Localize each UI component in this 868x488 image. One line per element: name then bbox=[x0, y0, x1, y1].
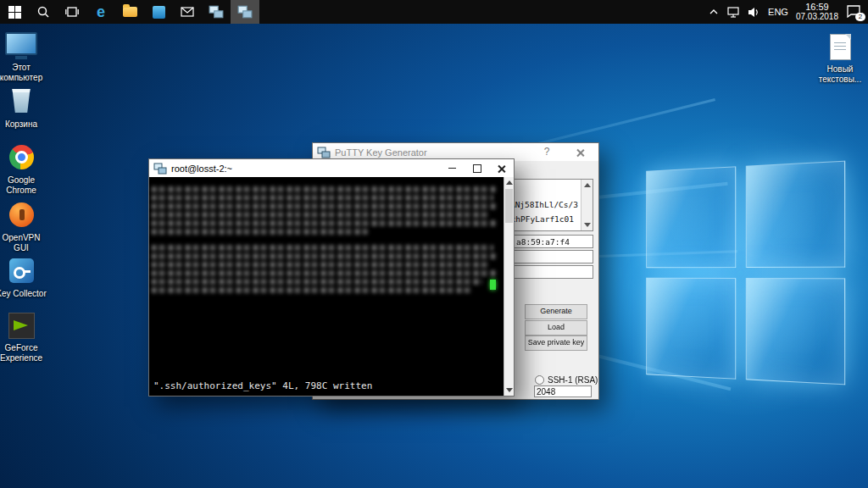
terminal-blurred-line bbox=[152, 220, 497, 226]
minimize-icon bbox=[448, 168, 456, 169]
desktop-icon-label: Новый текстовы... bbox=[814, 64, 866, 84]
maximize-icon bbox=[473, 164, 481, 173]
tray-chevron-icon[interactable] bbox=[709, 8, 719, 15]
putty-app-icon bbox=[153, 163, 167, 175]
edge-button[interactable]: e bbox=[86, 0, 115, 24]
maximize-button[interactable] bbox=[465, 159, 489, 177]
edge-icon: e bbox=[97, 4, 105, 19]
scroll-up-icon bbox=[506, 180, 513, 185]
scrollbar-thumb[interactable] bbox=[505, 189, 513, 223]
puttygen-taskbar-button[interactable] bbox=[231, 0, 259, 24]
putty-terminal-window: root@losst-2:~ ".ssh/authorized_keys" 4L… bbox=[148, 158, 515, 396]
desktop-icon-label: GeForce Experience bbox=[0, 343, 47, 363]
scroll-down-icon bbox=[506, 388, 513, 392]
clock[interactable]: 16:59 07.03.2018 bbox=[796, 3, 838, 21]
ssh1-rsa-radio[interactable]: SSH-1 (RSA) bbox=[535, 375, 598, 385]
store-icon bbox=[153, 6, 165, 19]
terminal-title: root@losst-2:~ bbox=[171, 164, 232, 174]
windows-logo-pane bbox=[746, 278, 845, 385]
terminal-titlebar[interactable]: root@losst-2:~ bbox=[149, 159, 514, 177]
terminal-blurred-line bbox=[152, 262, 490, 268]
desktop-icon-google-chrome[interactable]: Google Chrome bbox=[0, 142, 47, 195]
help-button[interactable]: ? bbox=[534, 143, 559, 161]
terminal-blurred-line bbox=[152, 270, 497, 276]
terminal-blurred-line bbox=[152, 212, 490, 218]
desktop-icon-key-collector[interactable]: Key Collector bbox=[0, 256, 47, 299]
taskbar: e bbox=[0, 0, 868, 24]
puttygen-app-icon bbox=[317, 147, 331, 158]
save-private-key-button[interactable]: Save private key bbox=[525, 336, 587, 351]
tray-date: 07.03.2018 bbox=[796, 13, 838, 22]
desktop-icon-label: Корзина bbox=[0, 119, 47, 130]
terminal-blurred-line bbox=[152, 229, 368, 235]
windows-logo-pane bbox=[746, 161, 845, 268]
notification-badge: 2 bbox=[855, 13, 865, 21]
recycle-bin-icon bbox=[0, 89, 47, 118]
bits-input[interactable] bbox=[534, 385, 592, 397]
search-button[interactable] bbox=[29, 0, 58, 24]
keybox-scrollbar[interactable] bbox=[581, 180, 593, 230]
close-button[interactable] bbox=[568, 143, 593, 161]
task-view-button[interactable] bbox=[58, 0, 86, 24]
terminal-blurred-line bbox=[152, 186, 497, 192]
desktop-icon-recycle-bin[interactable]: Корзина bbox=[0, 86, 47, 130]
close-icon bbox=[498, 164, 506, 173]
desktop-icon-label: Key Collector bbox=[0, 289, 47, 299]
terminal-blurred-line bbox=[152, 279, 482, 285]
close-icon bbox=[576, 148, 585, 157]
volume-icon[interactable] bbox=[748, 7, 760, 18]
minimize-button[interactable] bbox=[440, 159, 465, 177]
terminal-blurred-output bbox=[152, 184, 500, 293]
putty-taskbar-button[interactable] bbox=[202, 0, 231, 24]
terminal-blurred-line bbox=[152, 253, 497, 259]
start-button[interactable] bbox=[0, 0, 29, 24]
puttygen-icon bbox=[237, 5, 253, 19]
chrome-icon bbox=[0, 145, 47, 174]
ssh1-rsa-label: SSH-1 (RSA) bbox=[548, 375, 598, 385]
desktop-icon-label: OpenVPN GUI bbox=[0, 233, 47, 252]
scroll-up-icon bbox=[584, 183, 591, 187]
text-document-icon bbox=[814, 34, 866, 63]
store-button[interactable] bbox=[144, 0, 173, 24]
terminal-blurred-line bbox=[152, 287, 472, 293]
terminal-scrollbar[interactable] bbox=[504, 177, 514, 396]
task-view-icon bbox=[65, 6, 79, 18]
key-collector-icon bbox=[0, 258, 47, 287]
desktop-icon-label: Этот компьютер bbox=[0, 63, 47, 82]
mail-icon bbox=[181, 7, 194, 17]
geforce-icon bbox=[0, 313, 47, 341]
terminal-cursor bbox=[490, 280, 496, 290]
terminal-blurred-line bbox=[152, 203, 497, 209]
windows-logo bbox=[646, 161, 845, 385]
close-button[interactable] bbox=[489, 159, 514, 177]
desktop-icon-openvpn[interactable]: OpenVPN GUI bbox=[0, 200, 47, 252]
tray-time: 16:59 bbox=[796, 3, 838, 13]
terminal-status-line: ".ssh/authorized_keys" 4L, 798C written bbox=[153, 380, 372, 391]
desktop-icon-label: Google Chrome bbox=[0, 175, 47, 195]
puttygen-title: PuTTY Key Generator bbox=[335, 147, 427, 158]
search-icon bbox=[36, 5, 50, 19]
network-icon[interactable] bbox=[726, 7, 740, 18]
desktop-icon-geforce-experience[interactable]: GeForce Experience bbox=[0, 310, 47, 363]
terminal-blurred-line bbox=[152, 195, 493, 201]
load-button[interactable]: Load bbox=[525, 320, 587, 336]
windows-start-icon bbox=[8, 6, 21, 19]
radio-icon bbox=[535, 375, 544, 385]
file-explorer-button[interactable] bbox=[115, 0, 144, 24]
windows-logo-pane bbox=[646, 166, 736, 268]
language-indicator[interactable]: ENG bbox=[768, 7, 788, 17]
key-fingerprint-text: a8:59:a7:f4 bbox=[516, 237, 570, 247]
putty-icon bbox=[209, 5, 224, 19]
desktop-icon-new-text-document[interactable]: Новый текстовы... bbox=[814, 32, 866, 84]
file-explorer-icon bbox=[123, 7, 137, 17]
desktop-icon-this-pc[interactable]: Этот компьютер bbox=[0, 30, 47, 82]
this-pc-icon bbox=[0, 32, 47, 61]
scroll-down-icon bbox=[584, 223, 591, 227]
generate-button[interactable]: Generate bbox=[525, 304, 587, 319]
terminal-blurred-line bbox=[152, 245, 493, 251]
windows-logo-pane bbox=[646, 278, 736, 380]
mail-button[interactable] bbox=[173, 0, 202, 24]
action-center-button[interactable]: 2 bbox=[846, 4, 863, 19]
openvpn-icon bbox=[0, 202, 47, 231]
terminal-body[interactable]: ".ssh/authorized_keys" 4L, 798C written bbox=[149, 177, 514, 396]
